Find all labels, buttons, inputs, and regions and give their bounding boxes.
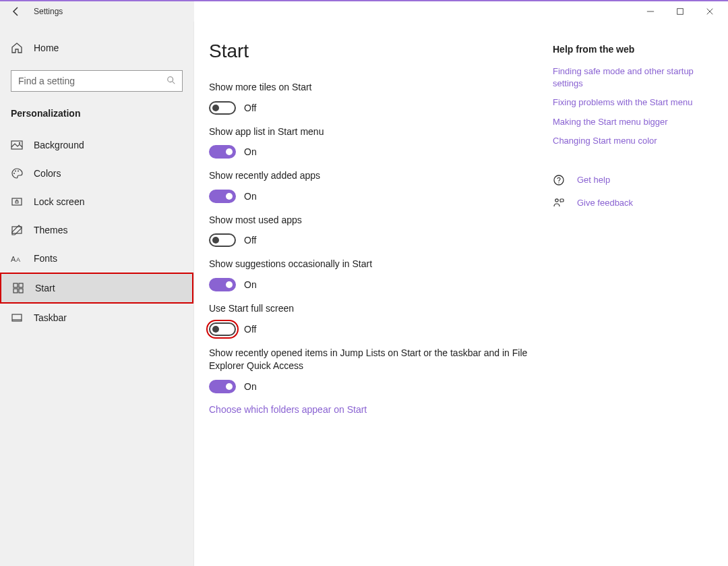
feedback-row: Give feedback [553,197,708,209]
minimize-button[interactable] [646,7,655,16]
svg-point-7 [15,171,16,172]
setting-label: Show recently added apps [209,169,553,183]
toggle-full-screen[interactable] [209,322,236,336]
svg-point-5 [19,142,20,144]
setting-full-screen: Use Start full screen Off [209,302,553,336]
home-label: Home [34,43,59,53]
titlebar: Settings [0,0,728,22]
titlebar-left: Settings [0,6,646,17]
window-controls [646,7,728,16]
toggle-state: On [244,279,257,290]
sidebar-item-taskbar[interactable]: Taskbar [0,304,193,332]
svg-point-8 [18,171,19,172]
close-button[interactable] [705,7,715,16]
arrow-left-icon [11,6,22,17]
feedback-icon [553,197,565,209]
sidebar-item-lock-screen[interactable]: Lock screen [0,188,193,216]
main: Home Personalization Background Colors [0,22,728,566]
toggle-show-more-tiles[interactable] [209,101,236,115]
fonts-icon: AA [11,252,23,264]
maximize-icon [676,7,684,16]
taskbar-icon [11,312,23,324]
svg-point-2 [168,77,173,82]
aside-link-menu-color[interactable]: Changing Start menu color [553,135,708,147]
svg-point-20 [554,175,564,185]
home-button[interactable]: Home [0,36,193,59]
setting-suggestions: Show suggestions occasionally in Start O… [209,258,553,291]
close-icon [706,7,714,16]
setting-label: Use Start full screen [209,302,553,316]
aside-link-safe-mode[interactable]: Finding safe mode and other startup sett… [553,65,708,90]
sidebar-item-fonts[interactable]: AA Fonts [0,244,193,273]
svg-text:A: A [16,256,20,263]
search-icon [166,76,177,86]
setting-recently-added: Show recently added apps On [209,169,553,203]
toggle-state: Off [244,324,256,335]
toggle-jump-lists[interactable] [209,380,236,393]
sidebar-item-background[interactable]: Background [0,131,193,159]
get-help-link[interactable]: Get help [577,175,610,185]
question-icon [553,174,565,186]
choose-folders-link[interactable]: Choose which folders appear on Start [209,404,553,415]
setting-label: Show more tiles on Start [209,81,553,94]
setting-label: Show most used apps [209,214,553,227]
back-button[interactable] [11,6,22,17]
svg-rect-17 [19,289,23,293]
svg-rect-23 [560,199,564,202]
toggle-row: Off [209,101,553,115]
sidebar-item-colors[interactable]: Colors [0,159,193,188]
setting-label: Show recently opened items in Jump Lists… [209,347,553,373]
sidebar-item-start[interactable]: Start [0,273,193,304]
toggle-recently-added[interactable] [209,190,236,203]
toggle-state: On [244,381,257,392]
sidebar-item-label: Colors [34,168,61,179]
aside-link-fixing-problems[interactable]: Fixing problems with the Start menu [553,96,708,109]
palette-icon [11,167,23,179]
aside-title: Help from the web [553,44,708,55]
feedback-link[interactable]: Give feedback [577,198,633,208]
sidebar-item-label: Start [35,283,55,293]
sidebar-item-label: Themes [34,225,68,235]
svg-rect-1 [677,9,684,15]
home-icon [11,42,23,54]
toggle-suggestions[interactable] [209,278,236,291]
setting-show-app-list: Show app list in Start menu On [209,125,553,159]
toggle-show-app-list[interactable] [209,145,236,159]
content-aside: Help from the web Finding safe mode and … [553,40,708,566]
svg-rect-15 [19,283,23,287]
sidebar-item-themes[interactable]: Themes [0,216,193,244]
svg-rect-16 [13,289,18,293]
toggle-most-used[interactable] [209,233,236,247]
svg-rect-14 [13,283,18,287]
toggle-state: On [244,191,257,202]
section-title: Personalization [0,108,193,131]
setting-label: Show app list in Start menu [209,125,553,139]
maximize-button[interactable] [675,7,685,16]
toggle-row: Off [209,322,553,336]
setting-label: Show suggestions occasionally in Start [209,258,553,271]
toggle-row: On [209,278,553,291]
sidebar-item-label: Fonts [34,253,57,264]
toggle-row: On [209,190,553,203]
svg-text:A: A [11,255,16,263]
minimize-icon [646,7,655,16]
sidebar: Home Personalization Background Colors [0,22,194,566]
svg-rect-10 [16,201,18,203]
search-input[interactable] [11,70,183,92]
svg-point-6 [13,173,15,174]
themes-icon [11,224,23,236]
svg-point-22 [555,199,558,202]
aside-link-bigger-menu[interactable]: Making the Start menu bigger [553,116,708,128]
window-title: Settings [34,7,63,16]
content: Start Show more tiles on Start Off Show … [194,22,728,566]
toggle-row: On [209,380,553,393]
toggle-state: Off [244,235,256,246]
page-title: Start [209,40,553,62]
svg-point-21 [558,182,559,183]
setting-show-more-tiles: Show more tiles on Start Off [209,81,553,115]
search-box [11,70,183,92]
sidebar-item-label: Lock screen [34,196,84,207]
setting-most-used: Show most used apps Off [209,214,553,248]
toggle-state: Off [244,103,256,113]
sidebar-item-label: Taskbar [34,312,67,323]
